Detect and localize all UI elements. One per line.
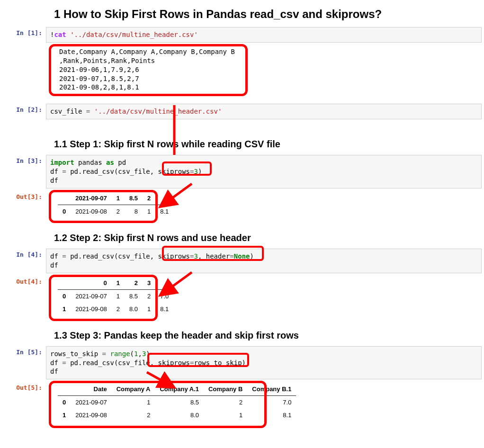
column-header: Company A bbox=[112, 383, 155, 396]
cell-in-2: In [2]: csv_file = '../data/csv/multine_… bbox=[2, 103, 482, 120]
cell-out-5: Out[5]: DateCompany ACompany A.1Company … bbox=[2, 381, 482, 423]
cell-in-3: In [3]: import pandas as pd df = pd.read… bbox=[2, 154, 482, 189]
heading-step1: 1.1 Step 1: Skip first N rows while read… bbox=[54, 139, 482, 150]
prompt-out-3: Out[3]: bbox=[2, 191, 46, 219]
prompt-out-4: Out[4]: bbox=[2, 276, 46, 316]
cell-in-1: In [1]: !cat '../data/csv/multine_header… bbox=[2, 27, 482, 43]
cell-in-4: In [4]: df = pd.read_csv(csv_file, skipr… bbox=[2, 248, 482, 274]
heading-step2: 1.2 Step 2: Skip first N rows and use he… bbox=[54, 233, 482, 243]
cell-in-5: In [5]: rows_to_skip = range(1,3) df = p… bbox=[2, 346, 482, 380]
column-header: 3 bbox=[143, 277, 155, 290]
column-header: Company B bbox=[204, 383, 247, 396]
column-header: 2 bbox=[143, 192, 155, 205]
cell-out-3: Out[3]: 2021-09-0718.52702021-09-082818.… bbox=[2, 190, 482, 219]
table-row: 12021-09-0828.018.1 bbox=[58, 409, 296, 421]
table-row: 12021-09-0828.018.1 bbox=[58, 303, 173, 315]
out5-area: DateCompany ACompany A.1Company BCompany… bbox=[46, 382, 482, 422]
column-header bbox=[58, 192, 71, 205]
prompt-out-5: Out[5]: bbox=[2, 382, 46, 422]
cell-out-4: Out[4]: 0123402021-09-0718.527.012021-09… bbox=[2, 275, 482, 317]
output-1: Date,Company A,Company A,Company B,Compa… bbox=[46, 45, 482, 94]
column-header: 2021-09-07 bbox=[71, 192, 112, 205]
heading-main: 1 How to Skip First Rows in Pandas read_… bbox=[54, 8, 482, 21]
code-in-2[interactable]: csv_file = '../data/csv/multine_header.c… bbox=[46, 104, 482, 119]
prompt-in-4: In [4]: bbox=[2, 249, 46, 273]
column-header: 2 bbox=[125, 277, 143, 290]
column-header: Company A.1 bbox=[155, 383, 204, 396]
column-header: 1 bbox=[112, 192, 125, 205]
table-row: 02021-09-082818.1 bbox=[58, 205, 173, 218]
dataframe-5: DateCompany ACompany A.1Company BCompany… bbox=[58, 383, 296, 421]
prompt-in-5: In [5]: bbox=[2, 346, 46, 380]
code-in-1[interactable]: !cat '../data/csv/multine_header.csv' bbox=[46, 27, 482, 43]
code-in-5[interactable]: rows_to_skip = range(1,3) df = pd.read_c… bbox=[46, 346, 482, 380]
heading-step3: 1.3 Step 3: Pandas keep the header and s… bbox=[54, 330, 482, 341]
cell-out-1: Date,Company A,Company A,Company B,Compa… bbox=[2, 45, 482, 95]
prompt-in-2: In [2]: bbox=[2, 104, 46, 119]
out3-area: 2021-09-0718.52702021-09-082818.1 bbox=[46, 191, 482, 219]
out4-area: 0123402021-09-0718.527.012021-09-0828.01… bbox=[46, 276, 482, 316]
column-header: Date bbox=[71, 383, 112, 396]
column-header: 1 bbox=[112, 277, 125, 290]
column-header: 7 bbox=[155, 192, 173, 205]
dataframe-4: 0123402021-09-0718.527.012021-09-0828.01… bbox=[58, 277, 173, 315]
code-in-4[interactable]: df = pd.read_csv(csv_file, skiprows=3, h… bbox=[46, 249, 482, 273]
table-row: 02021-09-0718.527.0 bbox=[58, 396, 296, 409]
dataframe-3: 2021-09-0718.52702021-09-082818.1 bbox=[58, 192, 173, 218]
column-header bbox=[58, 383, 71, 396]
column-header: 4 bbox=[155, 277, 173, 290]
column-header: Company B.1 bbox=[247, 383, 296, 396]
column-header: 8.5 bbox=[125, 192, 143, 205]
column-header: 0 bbox=[71, 277, 112, 290]
prompt-in-1: In [1]: bbox=[2, 27, 46, 43]
notebook: 1 How to Skip First Rows in Pandas read_… bbox=[0, 0, 484, 434]
code-in-3[interactable]: import pandas as pd df = pd.read_csv(csv… bbox=[46, 155, 482, 188]
table-row: 02021-09-0718.527.0 bbox=[58, 289, 173, 303]
prompt-in-3: In [3]: bbox=[2, 155, 46, 188]
column-header bbox=[58, 277, 71, 290]
